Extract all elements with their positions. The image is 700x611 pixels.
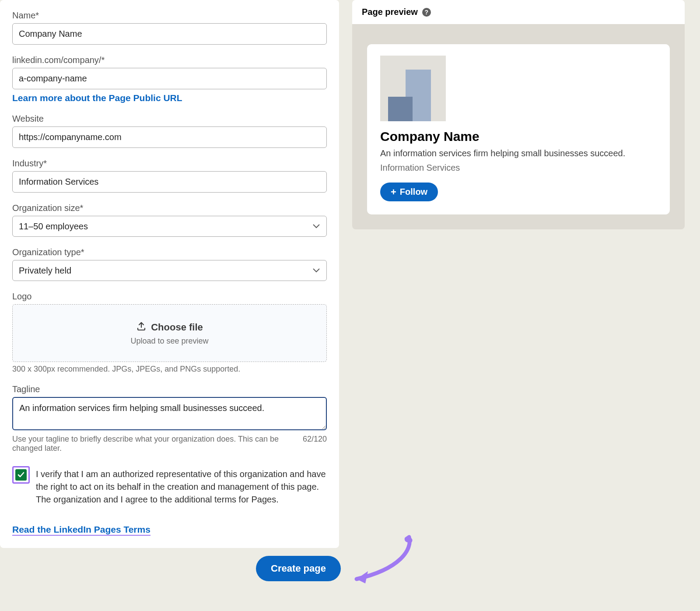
org-size-group: Organization size* 11–50 employees xyxy=(12,203,327,237)
verify-checkbox[interactable] xyxy=(15,469,27,481)
org-type-group: Organization type* Privately held xyxy=(12,247,327,281)
pages-terms-link[interactable]: Read the LinkedIn Pages Terms xyxy=(12,524,150,536)
learn-more-url-link[interactable]: Learn more about the Page Public URL xyxy=(12,93,182,103)
url-label: linkedin.com/company/* xyxy=(12,55,327,65)
verify-row: I verify that I am an authorized represe… xyxy=(12,468,327,506)
logo-label: Logo xyxy=(12,291,327,302)
preview-header-label: Page preview xyxy=(362,7,418,17)
org-size-select[interactable]: 11–50 employees xyxy=(12,216,327,237)
org-type-select[interactable]: Privately held xyxy=(12,260,327,281)
help-icon[interactable]: ? xyxy=(422,8,431,17)
upload-subtext: Upload to see preview xyxy=(130,337,208,346)
industry-label: Industry* xyxy=(12,158,327,169)
preview-body: Company Name An information services fir… xyxy=(352,24,685,229)
plus-icon: + xyxy=(391,187,396,197)
name-input[interactable] xyxy=(12,23,327,45)
follow-button[interactable]: + Follow xyxy=(380,183,438,201)
url-input[interactable] xyxy=(12,68,327,89)
logo-dropzone[interactable]: Choose file Upload to see preview xyxy=(12,304,327,362)
industry-input[interactable] xyxy=(12,171,327,193)
follow-label: Follow xyxy=(400,187,427,197)
url-group: linkedin.com/company/* Learn more about … xyxy=(12,55,327,103)
preview-industry: Information Services xyxy=(380,163,657,173)
tagline-input[interactable]: An information services firm helping sma… xyxy=(12,397,327,430)
website-group: Website xyxy=(12,114,327,148)
tagline-group: Tagline An information services firm hel… xyxy=(12,384,327,453)
preview-header: Page preview ? xyxy=(352,0,685,24)
industry-group: Industry* xyxy=(12,158,327,193)
preview-tagline: An information services firm helping sma… xyxy=(380,148,657,158)
tagline-counter: 62/120 xyxy=(303,435,327,453)
building-icon xyxy=(388,97,413,121)
org-size-label: Organization size* xyxy=(12,203,327,213)
create-page-form: Name* linkedin.com/company/* Learn more … xyxy=(0,0,339,548)
logo-hint: 300 x 300px recommended. JPGs, JPEGs, an… xyxy=(12,365,327,374)
website-input[interactable] xyxy=(12,126,327,148)
tagline-hint: Use your tagline to briefly describe wha… xyxy=(12,435,292,453)
verify-checkbox-highlight xyxy=(12,466,30,484)
upload-icon xyxy=(136,321,147,334)
choose-file-label: Choose file xyxy=(151,322,203,333)
preview-column: Page preview ? Company Name An informati… xyxy=(352,0,685,548)
footer-zone: Create page xyxy=(0,556,700,581)
name-group: Name* xyxy=(12,11,327,45)
preview-company-name: Company Name xyxy=(380,129,657,144)
name-label: Name* xyxy=(12,11,327,21)
org-type-label: Organization type* xyxy=(12,247,327,257)
create-page-label: Create page xyxy=(271,563,326,574)
tagline-label: Tagline xyxy=(12,384,327,394)
preview-card: Company Name An information services fir… xyxy=(367,44,670,214)
check-icon xyxy=(17,471,25,479)
create-page-button[interactable]: Create page xyxy=(256,556,341,581)
verify-text: I verify that I am an authorized represe… xyxy=(36,468,327,506)
company-logo-placeholder xyxy=(380,56,446,121)
logo-group: Logo Choose file Upload to see preview 3… xyxy=(12,291,327,374)
website-label: Website xyxy=(12,114,327,124)
